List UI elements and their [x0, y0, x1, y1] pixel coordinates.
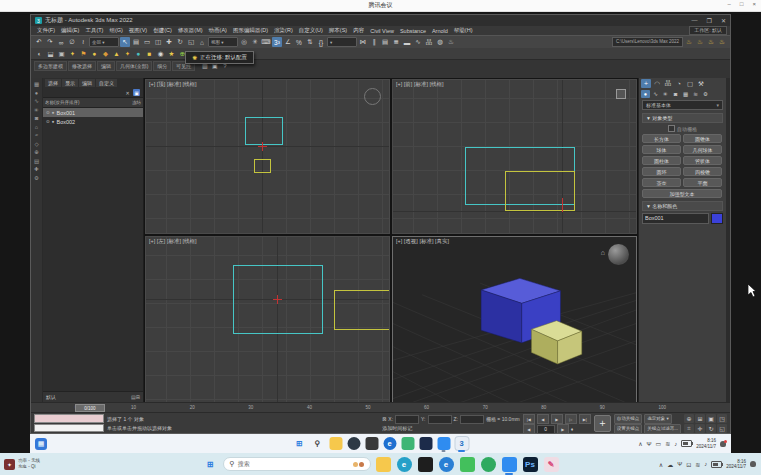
extra-tool-icon[interactable]: ★ — [167, 49, 176, 58]
display-bones-icon[interactable]: ◇ — [34, 142, 38, 148]
display-shapes-icon[interactable]: ∿ — [34, 99, 39, 105]
select-and-rotate-icon[interactable]: ↻ — [175, 37, 185, 47]
zoom-extents-icon[interactable]: ▣ — [706, 414, 716, 423]
visibility-icon[interactable]: ⊙ — [46, 119, 50, 124]
zoom-all-icon[interactable]: ⊞ — [695, 414, 705, 423]
app-dark-square[interactable] — [418, 457, 433, 472]
file-explorer-app[interactable] — [329, 437, 342, 450]
render-production-teapot-icon[interactable]: ♨ — [706, 37, 716, 47]
utilities-tab-icon[interactable]: ⚒ — [696, 79, 706, 88]
toggle-scene-explorer-icon[interactable]: ▤ — [380, 37, 390, 47]
menu-item[interactable]: 内容 — [350, 27, 367, 34]
auto-key-button[interactable]: 自动关键点 — [614, 414, 643, 424]
add-key-button[interactable]: ＋ — [594, 415, 611, 432]
viewport-left[interactable]: [+] [左] [标准] [线框] — [145, 236, 390, 403]
primitive-button[interactable]: 四棱锥 — [683, 167, 722, 176]
sort-icon[interactable]: ▤ — [34, 159, 39, 165]
menu-item[interactable]: 动画(A) — [206, 27, 230, 34]
extra-tool-icon[interactable]: ✦ — [123, 49, 132, 58]
time-tag-field[interactable]: 添加时间标记 — [382, 425, 412, 431]
ribbon-panel[interactable]: 几何体(全部) — [116, 61, 152, 71]
select-and-link-icon[interactable]: ∞ — [56, 37, 66, 47]
edge-browser-app[interactable]: e — [383, 437, 396, 450]
x-coordinate-field[interactable] — [395, 415, 419, 424]
object-name-field[interactable]: Box001 — [642, 213, 709, 224]
filter-icon[interactable]: ▣ — [133, 89, 140, 96]
explorer-tab[interactable]: 编辑 — [79, 79, 95, 87]
zoom-extents-all-icon[interactable]: ◳ — [717, 414, 727, 423]
app-navy-square[interactable] — [419, 437, 432, 450]
go-to-start-button[interactable]: |◀ — [523, 414, 535, 424]
extra-tool-icon[interactable]: ● — [90, 49, 99, 58]
extra-tool-icon[interactable]: ⬓ — [46, 49, 55, 58]
window-crossing-toggle-icon[interactable]: ◫ — [153, 37, 163, 47]
maxscript-script-row[interactable] — [34, 424, 104, 433]
align-icon[interactable]: ∥ — [369, 37, 379, 47]
microphone-icon[interactable]: Ψ — [647, 441, 652, 447]
visibility-icon[interactable]: ⊙ — [46, 110, 50, 115]
previous-frame-button[interactable]: ◀ — [537, 414, 549, 424]
security-app[interactable] — [365, 437, 378, 450]
object-color-swatch[interactable] — [711, 213, 723, 224]
extra-tool-icon[interactable]: ✦ — [68, 49, 77, 58]
box002-wireframe[interactable] — [254, 159, 271, 173]
time-slider[interactable]: 0102030405060708090100 0/100 — [31, 402, 730, 412]
start-button[interactable]: ⊞ — [203, 457, 218, 472]
explorer-tab[interactable]: 选择 — [45, 79, 61, 87]
schematic-view-icon[interactable]: 品 — [424, 37, 434, 47]
viewcube[interactable] — [608, 244, 629, 265]
extra-tool-icon[interactable]: ⚑ — [79, 49, 88, 58]
wifi-icon[interactable]: ≋ — [695, 461, 700, 468]
orbit-icon[interactable]: ↻ — [706, 424, 716, 433]
select-and-move-icon[interactable]: ✚ — [164, 37, 174, 47]
undo-icon[interactable]: ↶ — [34, 37, 44, 47]
hierarchy-tab-icon[interactable]: 品 — [663, 79, 673, 88]
display-space-warps-icon[interactable]: ≈ — [35, 133, 38, 139]
workspace-selector[interactable]: 工作区: 默认 — [689, 26, 727, 35]
input-method-icon[interactable]: ⊡ — [686, 461, 691, 468]
box002-wireframe[interactable] — [505, 171, 575, 211]
helpers-category-icon[interactable]: ▦ — [681, 90, 690, 98]
app-dark-circle[interactable] — [347, 437, 360, 450]
extra-tool-icon[interactable]: ● — [134, 49, 143, 58]
material-editor-icon[interactable]: ◍ — [435, 37, 445, 47]
selection-filter-dropdown[interactable]: 全部 ▾ — [89, 37, 119, 47]
y-coordinate-field[interactable] — [428, 415, 452, 424]
clock[interactable]: 8:16 2024/11/7 — [696, 438, 716, 449]
frozen-column-header[interactable]: 冻结 — [132, 100, 141, 105]
cameras-category-icon[interactable]: ◙ — [671, 90, 680, 98]
battery-icon[interactable] — [681, 440, 692, 447]
notification-bell-icon[interactable] — [750, 461, 756, 467]
file-explorer-app[interactable] — [376, 457, 391, 472]
close-button[interactable]: × — [752, 1, 756, 7]
3ds-max-app[interactable]: 3 — [455, 437, 468, 450]
ribbon-panel[interactable]: 细分 — [153, 61, 171, 71]
display-tab-icon[interactable]: ▢ — [685, 79, 695, 88]
render-iterative-teapot-icon[interactable]: ♨ — [717, 37, 727, 47]
bind-to-space-warp-icon[interactable]: ≀ — [78, 37, 88, 47]
viewport-top[interactable]: [+] [顶] [标准] [线框] — [145, 79, 390, 234]
display-helpers-icon[interactable]: ⌂ — [35, 125, 38, 131]
battery-icon[interactable] — [711, 461, 722, 468]
extra-tool-icon[interactable]: ◐ — [35, 49, 44, 58]
name-color-rollout-header[interactable]: ▼ 名称和颜色 — [642, 201, 723, 211]
geometry-category-icon[interactable]: ● — [641, 90, 650, 98]
angle-snap-icon[interactable]: ∠ — [283, 37, 293, 47]
ribbon-panel[interactable]: 多边形建模 — [34, 61, 67, 71]
menu-item[interactable]: 脚本(S) — [326, 27, 350, 34]
ribbon-panel[interactable]: 修改选择 — [68, 61, 96, 71]
key-filters-button[interactable]: 关键点过滤器... — [644, 424, 681, 434]
create-tab-icon[interactable]: ＋ — [641, 79, 651, 88]
menu-item[interactable]: 修改器(M) — [175, 27, 206, 34]
motion-tab-icon[interactable]: ◔ — [674, 79, 684, 88]
primitive-button[interactable]: 长方体 — [642, 134, 681, 143]
primitive-button[interactable]: 管状体 — [683, 156, 722, 165]
viewcube-home-icon[interactable]: ⌂ — [601, 249, 605, 256]
set-key-button[interactable]: 设置关键点 — [614, 424, 643, 434]
primitive-button[interactable]: 球体 — [642, 145, 681, 154]
zoom-region-icon[interactable]: ⌗ — [684, 424, 694, 433]
named-selection-sets-icon[interactable]: {} — [316, 37, 326, 47]
extra-tool-icon[interactable]: ■ — [145, 49, 154, 58]
box002-wireframe[interactable] — [334, 290, 390, 330]
viewport-label[interactable]: [+] [左] [标准] [线框] — [149, 238, 197, 245]
